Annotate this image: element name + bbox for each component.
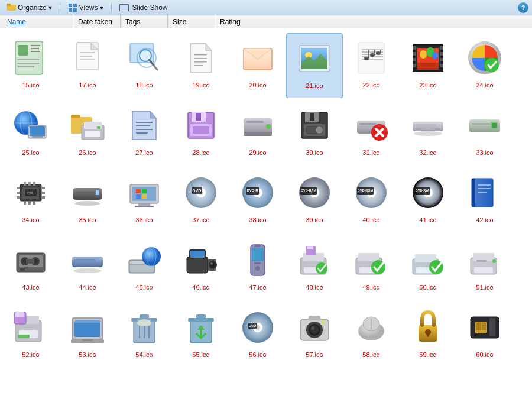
icon-17[interactable]: 17.ico xyxy=(59,33,116,98)
icon-30[interactable]: 30.ico xyxy=(286,100,343,166)
svg-text:DVD-RW: DVD-RW xyxy=(416,189,429,192)
icon-43[interactable]: 43.ico xyxy=(2,235,59,300)
icon-36-label: 36.ico xyxy=(135,216,153,224)
svg-point-101 xyxy=(438,125,442,128)
col-rating[interactable]: Rating xyxy=(215,15,262,28)
icon-34[interactable]: CPU 34.ico xyxy=(2,168,59,233)
svg-point-230 xyxy=(137,319,151,326)
icon-15[interactable]: 15.ico xyxy=(2,33,59,98)
icon-57[interactable]: 57.ico xyxy=(286,303,343,368)
svg-rect-114 xyxy=(33,201,35,205)
svg-rect-81 xyxy=(196,113,201,121)
icon-row-4: 43.ico xyxy=(2,235,530,300)
svg-rect-17 xyxy=(80,59,95,60)
svg-point-57 xyxy=(420,50,427,59)
icon-58-label: 58.ico xyxy=(362,351,379,359)
svg-rect-95 xyxy=(359,123,376,125)
icon-grid[interactable]: 15.ico 17.ico xyxy=(0,28,532,399)
col-date-taken[interactable]: Date taken xyxy=(73,15,121,28)
svg-rect-85 xyxy=(246,121,264,123)
svg-point-40 xyxy=(364,57,369,60)
svg-rect-1 xyxy=(7,4,11,6)
icon-59[interactable]: 59.ico xyxy=(400,303,456,368)
icon-18[interactable]: 18.ico xyxy=(116,33,173,98)
views-button[interactable]: Views ▾ xyxy=(65,2,106,14)
icon-34-label: 34.ico xyxy=(22,216,39,224)
svg-rect-24 xyxy=(194,58,207,59)
svg-rect-128 xyxy=(132,187,156,201)
svg-rect-256 xyxy=(482,323,486,326)
icon-39[interactable]: DVD-RAM 39.ico xyxy=(286,168,343,233)
icon-51-label: 51.ico xyxy=(476,284,493,291)
svg-point-246 xyxy=(321,320,325,323)
icon-26[interactable]: 26.ico xyxy=(59,100,116,166)
icon-46[interactable]: 46.ico xyxy=(173,235,229,300)
svg-rect-55 xyxy=(440,64,443,67)
svg-rect-50 xyxy=(413,58,416,61)
column-headers: Name Date taken Tags Size Rating xyxy=(0,15,532,28)
svg-rect-173 xyxy=(20,268,25,271)
icon-33[interactable]: 33.ico xyxy=(456,100,513,166)
svg-rect-73 xyxy=(85,131,100,137)
svg-rect-129 xyxy=(136,189,141,193)
icon-36[interactable]: 36.ico xyxy=(116,168,173,233)
svg-rect-132 xyxy=(142,194,147,199)
col-size[interactable]: Size xyxy=(168,15,215,28)
icon-29[interactable]: 29.ico xyxy=(229,100,286,166)
svg-rect-48 xyxy=(413,46,416,50)
icon-50[interactable]: 50.ico xyxy=(400,235,456,300)
slideshow-button[interactable]: Slide Show xyxy=(116,2,171,13)
icon-58[interactable]: 58.ico xyxy=(343,303,400,368)
svg-point-102 xyxy=(414,131,442,136)
col-name[interactable]: Name xyxy=(2,15,73,28)
icon-21[interactable]: 21.ico xyxy=(286,33,343,98)
icon-53[interactable]: 53.ico xyxy=(59,303,116,368)
icon-54[interactable]: 54.ico xyxy=(116,303,173,368)
svg-point-93 xyxy=(316,126,323,134)
icon-52[interactable]: 52.ico xyxy=(2,303,59,368)
icon-25[interactable]: 25.ico xyxy=(2,100,59,166)
icon-50-label: 50.ico xyxy=(419,284,436,291)
icon-51[interactable]: 51.ico xyxy=(456,235,513,300)
svg-rect-124 xyxy=(76,192,95,194)
icon-45[interactable]: 45.ico xyxy=(116,235,173,300)
icon-60[interactable]: 60.ico xyxy=(456,303,513,368)
svg-rect-51 xyxy=(413,64,416,67)
icon-28[interactable]: 28.ico xyxy=(173,100,229,166)
icon-31[interactable]: 31.ico xyxy=(343,100,400,166)
svg-rect-120 xyxy=(41,196,45,199)
icon-55[interactable]: 55.ico xyxy=(173,303,229,368)
svg-rect-258 xyxy=(482,327,486,330)
icon-40[interactable]: DVD-ROM 40.ico xyxy=(343,168,400,233)
icon-32[interactable]: 32.ico xyxy=(400,100,456,166)
divider-2 xyxy=(111,3,112,12)
icon-42[interactable]: 42.ico xyxy=(456,168,513,233)
svg-rect-67 xyxy=(30,126,45,136)
icon-19[interactable]: 19.ico xyxy=(173,33,229,98)
icon-26-label: 26.ico xyxy=(79,149,96,157)
icon-37[interactable]: DVD 37.ico xyxy=(173,168,229,233)
icon-38[interactable]: DVD-R 38.ico xyxy=(229,168,286,233)
toolbar: Organize ▾ Views ▾ Slide Show ? xyxy=(0,0,532,15)
icon-23[interactable]: 23.ico xyxy=(400,33,456,98)
icon-35[interactable]: 35.ico xyxy=(59,168,116,233)
icon-49[interactable]: 49.ico xyxy=(343,235,400,300)
icon-24[interactable]: 24.ico xyxy=(456,33,513,98)
svg-rect-261 xyxy=(489,318,495,336)
icon-22[interactable]: 22.ico xyxy=(343,33,400,98)
icon-row-2: 25.ico 26.ico xyxy=(2,100,530,166)
icon-35-label: 35.ico xyxy=(79,216,96,224)
icon-56[interactable]: DVD 56.ico xyxy=(229,303,286,368)
help-button[interactable]: ? xyxy=(518,2,528,13)
icon-47[interactable]: 47.ico xyxy=(229,235,286,300)
organize-button[interactable]: Organize ▾ xyxy=(4,2,55,14)
svg-rect-255 xyxy=(476,323,481,326)
svg-rect-90 xyxy=(310,113,314,121)
icon-27[interactable]: 27.ico xyxy=(116,100,173,166)
icon-20[interactable]: 20.ico xyxy=(229,33,286,98)
icon-41[interactable]: DVD-RW 41.ico xyxy=(400,168,456,233)
icon-44[interactable]: 44.ico xyxy=(59,235,116,300)
col-tags[interactable]: Tags xyxy=(121,15,168,28)
icon-48[interactable]: 48.ico xyxy=(286,235,343,300)
svg-rect-182 xyxy=(187,257,208,273)
